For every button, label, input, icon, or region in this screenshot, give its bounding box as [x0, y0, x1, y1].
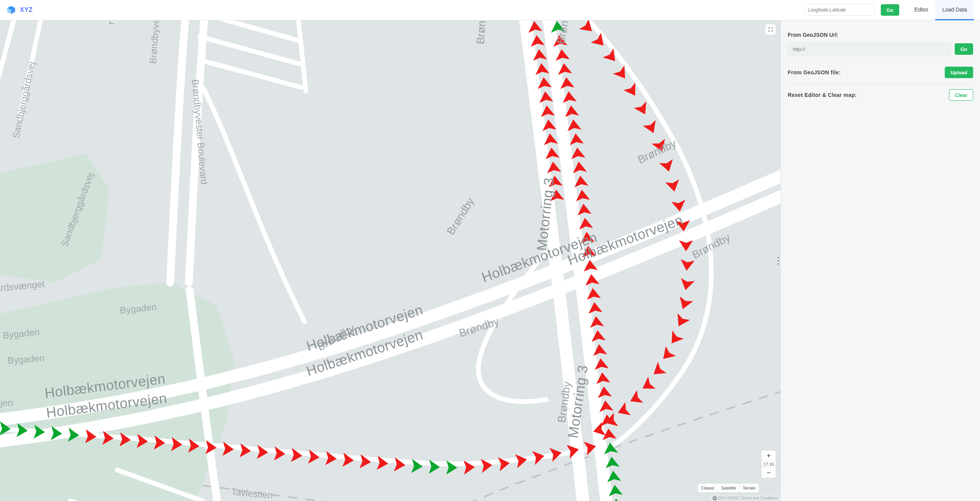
map-type-classic[interactable]: Classic — [698, 484, 718, 492]
geojson-file-title: From GeoJSON file: — [788, 69, 841, 75]
reset-title: Reset Editor & Clear map: — [788, 92, 857, 98]
lonlat-go-button[interactable]: Go — [881, 4, 899, 16]
upload-button[interactable]: Upload — [945, 67, 973, 78]
clear-button[interactable]: Clear — [949, 89, 973, 101]
geojson-url-input[interactable] — [788, 43, 951, 56]
zoom-controls: + 17.16 − — [761, 450, 776, 478]
svg-point-9 — [777, 260, 779, 262]
drawer-handle[interactable] — [775, 254, 781, 268]
brand-name: XYZ — [20, 7, 33, 13]
geojson-url-title: From GeoJSON Url: — [788, 32, 973, 38]
lonlat-input[interactable] — [804, 4, 875, 16]
zoom-out-button[interactable]: − — [763, 468, 774, 478]
tab-load-data[interactable]: Load Data — [935, 0, 974, 20]
zoom-in-button[interactable]: + — [763, 451, 774, 461]
map-type-terrain[interactable]: Terrain — [739, 484, 759, 492]
brand-logo-icon — [6, 5, 16, 15]
fullscreen-button[interactable] — [765, 24, 776, 35]
side-panel-load-data: From GeoJSON Url: Go From GeoJSON file: … — [781, 20, 980, 501]
fullscreen-icon — [768, 27, 773, 32]
map-type-switch: Classic Satellite Terrain — [698, 483, 759, 493]
svg-marker-5 — [0, 154, 109, 282]
zoom-level-value: 17.16 — [762, 461, 775, 468]
svg-point-8 — [777, 257, 779, 259]
svg-point-10 — [777, 263, 779, 265]
map-canvas[interactable]: Holbækmotorvejen Holbækmotorvejen Holbæk… — [0, 20, 781, 501]
geojson-url-go-button[interactable]: Go — [955, 43, 973, 55]
map-type-satellite[interactable]: Satellite — [718, 484, 739, 492]
tab-editor[interactable]: Editor — [908, 0, 936, 20]
label-ejen: ejen — [0, 398, 13, 408]
map-attribution: ©️ 2019 HERE | Terms and Conditions — [710, 495, 780, 501]
more-vertical-icon — [775, 254, 781, 268]
